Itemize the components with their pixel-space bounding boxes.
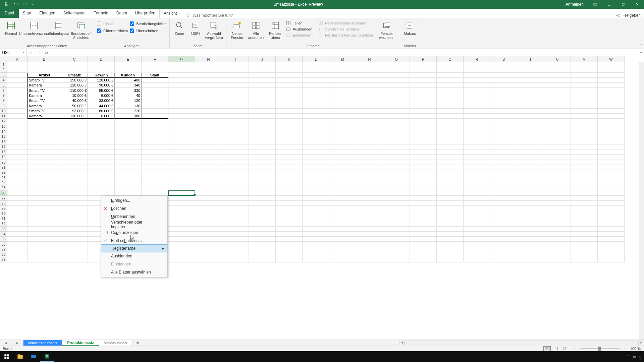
cell-B25[interactable] [28,185,61,190]
cell-R14[interactable] [464,129,490,134]
cell-M37[interactable] [329,247,356,252]
cell-Q14[interactable] [437,129,464,134]
cell-J2[interactable] [249,67,276,72]
ctx-protect-sheet[interactable]: Blatt schhützen... [101,237,167,245]
tab-formeln[interactable]: Formeln [90,8,112,18]
cell-H11[interactable] [195,114,222,119]
cell-W23[interactable] [598,175,625,180]
cell-N31[interactable] [356,216,383,221]
sheet-tab-monatsumsatz[interactable]: Monatsumsatz [99,340,133,346]
cell-L38[interactable] [303,252,329,257]
cell-R11[interactable] [464,114,490,119]
cell-C34[interactable] [61,232,88,237]
cell-N6[interactable] [356,88,383,93]
row-headers[interactable]: 1234567891011121314151617181920212223242… [0,62,7,262]
cell-U7[interactable] [544,93,571,98]
cell-W39[interactable] [598,257,625,262]
cell-J23[interactable] [249,175,276,180]
cell-L28[interactable] [303,201,329,206]
cell-Q11[interactable] [437,114,464,119]
cell-N8[interactable] [356,98,383,103]
cell-B11[interactable]: Kamera [28,114,61,119]
cell-T29[interactable] [517,206,544,211]
tab-ansicht[interactable]: Ansicht [159,9,181,18]
cell-E17[interactable] [115,144,142,149]
cell-U38[interactable] [544,252,571,257]
cell-A8[interactable] [7,98,28,103]
cell-I21[interactable] [222,165,249,170]
cell-G30[interactable] [168,211,195,216]
cell-F18[interactable] [142,149,168,155]
add-sheet-button[interactable]: ⊕ [132,340,143,346]
cell-K35[interactable] [276,237,303,242]
cell-U17[interactable] [544,144,571,149]
cell-R33[interactable] [464,227,490,232]
cell-B5[interactable]: Kamera [28,83,61,88]
cell-G15[interactable] [168,134,195,139]
cell-G3[interactable] [168,73,195,78]
cell-U28[interactable] [544,201,571,206]
cell-E6[interactable]: 330 [115,88,142,93]
cell-U5[interactable] [544,83,571,88]
cell-P25[interactable] [410,185,437,190]
cell-W27[interactable] [598,196,625,201]
cell-Q9[interactable] [437,103,464,108]
cell-K26[interactable] [276,190,303,195]
cell-A27[interactable] [7,196,28,201]
switch-windows-button[interactable]: Fenster wechseln [377,19,396,40]
cell-M38[interactable] [329,252,356,257]
cell-D2[interactable] [88,67,115,72]
cell-V17[interactable] [571,144,598,149]
cell-E1[interactable] [115,62,142,67]
cell-S16[interactable] [490,139,517,144]
cell-K19[interactable] [276,155,303,160]
ctx-select-all-sheets[interactable]: Alle Blätter auswählen [101,268,167,276]
cell-J6[interactable] [249,88,276,93]
cell-R1[interactable] [464,62,490,67]
cell-R36[interactable] [464,242,490,247]
cell-S28[interactable] [490,201,517,206]
cell-U12[interactable] [544,119,571,124]
ctx-view-code[interactable]: Code anzeigen [101,229,167,237]
cell-O17[interactable] [383,144,410,149]
cell-H30[interactable] [195,211,222,216]
cell-Q27[interactable] [437,196,464,201]
cell-V23[interactable] [571,175,598,180]
row-header-30[interactable]: 30 [0,211,7,216]
view-pagelayout-button[interactable]: Seitenlayout [48,19,69,36]
row-header-16[interactable]: 16 [0,139,7,144]
tray-up-icon[interactable]: ˄ [628,355,630,359]
col-header-V[interactable]: V [571,56,598,62]
cell-S15[interactable] [490,134,517,139]
cell-B38[interactable] [28,252,61,257]
cell-M2[interactable] [329,67,356,72]
cell-P22[interactable] [410,170,437,175]
cell-S37[interactable] [490,247,517,252]
cell-O28[interactable] [383,201,410,206]
cell-P11[interactable] [410,114,437,119]
cell-M13[interactable] [329,124,356,129]
row-header-33[interactable]: 33 [0,227,7,232]
cell-T7[interactable] [517,93,544,98]
cell-W34[interactable] [598,232,625,237]
cell-O35[interactable] [383,237,410,242]
cell-P34[interactable] [410,232,437,237]
row-header-23[interactable]: 23 [0,175,7,180]
cell-O39[interactable] [383,257,410,262]
undo-icon[interactable] [11,1,20,8]
cell-L14[interactable] [303,129,329,134]
view-pagebreak-button[interactable]: Umbruchvorschau [21,19,46,36]
cell-G21[interactable] [168,165,195,170]
cell-I8[interactable] [222,98,249,103]
cell-I2[interactable] [222,67,249,72]
cell-A10[interactable] [7,109,28,114]
cell-S2[interactable] [490,67,517,72]
cell-C29[interactable] [61,206,88,211]
cell-Q33[interactable] [437,227,464,232]
cell-K34[interactable] [276,232,303,237]
cell-C1[interactable] [61,62,88,67]
cell-S34[interactable] [490,232,517,237]
cell-S6[interactable] [490,88,517,93]
cell-G8[interactable] [168,98,195,103]
cell-N35[interactable] [356,237,383,242]
